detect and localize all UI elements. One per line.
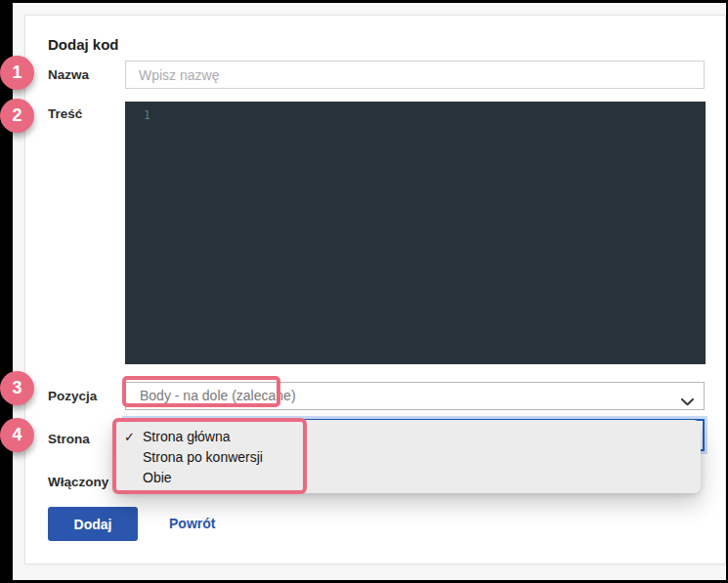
annotation-badge-1: 1 (0, 56, 34, 90)
tresc-label: Treść (48, 106, 82, 121)
nazwa-label: Nazwa (48, 67, 89, 82)
wlaczony-label: Włączony (48, 475, 108, 489)
strona-label: Strona (48, 432, 90, 446)
dropdown-option-label: Strona główna (143, 429, 231, 444)
screenshot-frame: { "form": { "title": "Dodaj kod", "nazwa… (0, 0, 728, 583)
form-title: Dodaj kod (48, 36, 119, 53)
dodaj-button[interactable]: Dodaj (48, 507, 138, 541)
chevron-down-icon (681, 393, 694, 410)
annotation-badge-2: 2 (0, 99, 34, 133)
code-editor[interactable]: 1 (125, 102, 706, 364)
pozycja-label: Pozycja (48, 389, 97, 403)
powrot-link[interactable]: Powrót (169, 516, 215, 531)
dropdown-option-strona-glowna[interactable]: ✓ Strona główna (113, 427, 701, 447)
strona-dropdown-menu: ✓ Strona główna Strona po konwersji Obie (113, 420, 701, 493)
dropdown-option-strona-po-konwersji[interactable]: Strona po konwersji (113, 447, 701, 468)
page-background: Dodaj kod Nazwa Treść 1 Pozycja Body - n… (13, 3, 726, 580)
checkmark-icon: ✓ (124, 427, 135, 447)
pozycja-selected-value: Body - na dole (zalecane) (140, 383, 296, 409)
annotation-badge-3: 3 (0, 371, 34, 405)
dropdown-option-obie[interactable]: Obie (113, 468, 701, 488)
editor-line-number: 1 (144, 108, 150, 122)
add-code-form-card: Dodaj kod Nazwa Treść 1 Pozycja Body - n… (24, 15, 726, 564)
annotation-badge-4: 4 (0, 418, 34, 452)
nazwa-input[interactable] (125, 61, 705, 89)
dropdown-option-label: Strona po konwersji (143, 449, 263, 465)
dropdown-option-label: Obie (143, 470, 172, 485)
pozycja-select[interactable]: Body - na dole (zalecane) (125, 382, 705, 410)
